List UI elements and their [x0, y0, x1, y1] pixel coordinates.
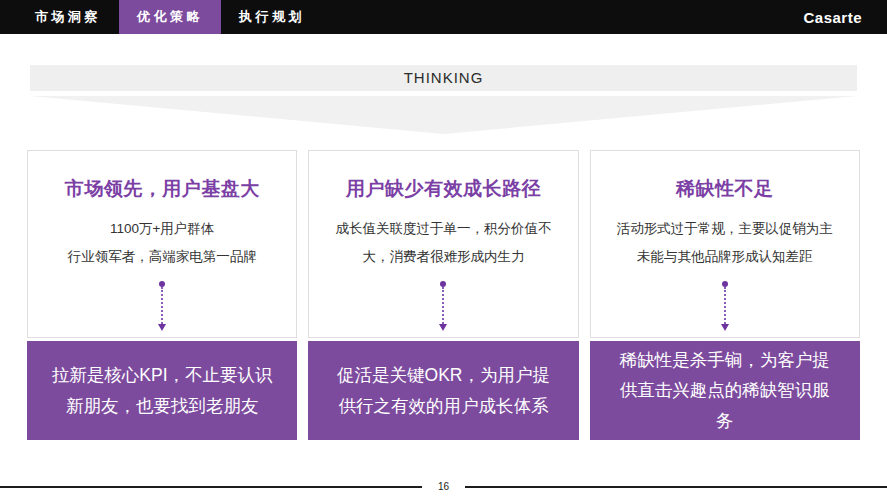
down-arrow-icon [28, 281, 296, 331]
down-arrow-icon [309, 281, 577, 331]
conclusion-text: 拉新是核心KPI，不止要认识新朋友，也要找到老朋友 [51, 360, 273, 420]
footer: 16 [0, 481, 887, 492]
insight-card: 稀缺性不足 活动形式过于常规，主要以促销为主 未能与其他品牌形成认知差距 [590, 150, 860, 338]
tab-market-insight[interactable]: 市场洞察 [17, 0, 119, 34]
card-body: 1100万+用户群体 行业领军者，高端家电第一品牌 [28, 215, 296, 270]
column-growth-path: 用户缺少有效成长路径 成长值关联度过于单一，积分价值不大，消费者很难形成内生力 … [308, 150, 578, 440]
arrow-head [439, 324, 447, 331]
card-heading: 稀缺性不足 [591, 176, 859, 202]
banner-title: THINKING [404, 69, 484, 86]
card-body: 成长值关联度过于单一，积分价值不大，消费者很难形成内生力 [309, 215, 577, 270]
conclusion-box: 拉新是核心KPI，不止要认识新朋友，也要找到老朋友 [27, 341, 297, 440]
card-heading: 市场领先，用户基盘大 [28, 176, 296, 202]
footer-line-left [0, 486, 422, 488]
card-body: 活动形式过于常规，主要以促销为主 未能与其他品牌形成认知差距 [591, 215, 859, 270]
funnel-triangle-shape [30, 96, 857, 134]
insight-card: 市场领先，用户基盘大 1100万+用户群体 行业领军者，高端家电第一品牌 [27, 150, 297, 338]
nav-tabs: 市场洞察 优化策略 执行规划 [0, 0, 323, 34]
tab-execution-planning[interactable]: 执行规划 [221, 0, 323, 34]
down-arrow-icon [591, 281, 859, 331]
page-number: 16 [438, 481, 449, 492]
thinking-banner: THINKING [30, 65, 857, 91]
conclusion-box: 稀缺性是杀手锏，为客户提供直击兴趣点的稀缺智识服务 [590, 341, 860, 440]
card-heading: 用户缺少有效成长路径 [309, 176, 577, 202]
casarte-logo: Casarte [803, 9, 862, 26]
arrow-head [721, 324, 729, 331]
conclusion-text: 稀缺性是杀手锏，为客户提供直击兴趣点的稀缺智识服务 [614, 345, 836, 435]
footer-line-right [465, 486, 887, 488]
top-nav-bar: 市场洞察 优化策略 执行规划 Casarte [0, 0, 887, 34]
arrow-dotted-line [442, 287, 444, 324]
insight-card: 用户缺少有效成长路径 成长值关联度过于单一，积分价值不大，消费者很难形成内生力 [308, 150, 578, 338]
column-scarcity: 稀缺性不足 活动形式过于常规，主要以促销为主 未能与其他品牌形成认知差距 稀缺性… [590, 150, 860, 440]
arrow-dotted-line [724, 287, 726, 324]
conclusion-text: 促活是关键OKR，为用户提供行之有效的用户成长体系 [332, 360, 554, 420]
tab-optimization-strategy[interactable]: 优化策略 [119, 0, 221, 34]
arrow-dotted-line [161, 287, 163, 324]
content-columns: 市场领先，用户基盘大 1100万+用户群体 行业领军者，高端家电第一品牌 拉新是… [27, 150, 860, 440]
arrow-head [158, 324, 166, 331]
column-market-leading: 市场领先，用户基盘大 1100万+用户群体 行业领军者，高端家电第一品牌 拉新是… [27, 150, 297, 440]
conclusion-box: 促活是关键OKR，为用户提供行之有效的用户成长体系 [308, 341, 578, 440]
